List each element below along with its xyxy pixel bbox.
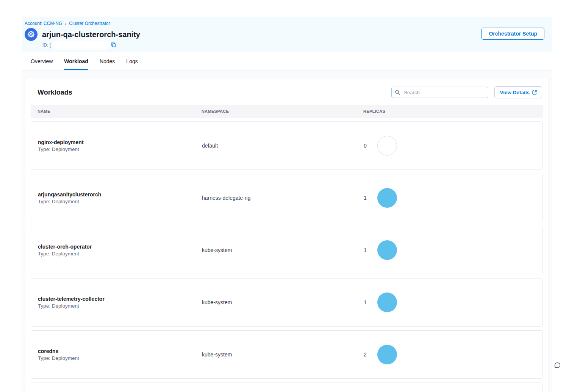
tabs: OverviewWorkloadNodesLogs bbox=[22, 52, 552, 70]
search-icon bbox=[395, 90, 400, 95]
name-cell: coredns Type: Deployment bbox=[38, 348, 202, 361]
workloads-heading: Workloads bbox=[38, 89, 72, 96]
copy-icon[interactable] bbox=[111, 42, 116, 47]
name-cell: cluster-telemetry-collector Type: Deploy… bbox=[38, 296, 202, 309]
replica-count: 0 bbox=[364, 143, 367, 149]
cluster-id-row: ID: ( bbox=[42, 42, 544, 48]
workload-name: coredns bbox=[38, 348, 202, 354]
search-box bbox=[391, 87, 488, 98]
replicas-cell: 0 bbox=[364, 136, 542, 156]
cluster-id-label: ID: ( bbox=[42, 42, 51, 48]
replica-circle bbox=[377, 345, 397, 364]
workloads-card: Workloads View Details bbox=[25, 78, 548, 392]
replica-circle bbox=[377, 136, 397, 156]
help-chat-icon[interactable] bbox=[554, 362, 561, 370]
name-cell: arjunqasanityclusterorch Type: Deploymen… bbox=[38, 191, 202, 204]
tab-workload[interactable]: Workload bbox=[64, 52, 88, 70]
tab-overview[interactable]: Overview bbox=[31, 52, 53, 70]
workload-name: nginx-deployment bbox=[38, 139, 202, 145]
name-cell: cluster-orch-operator Type: Deployment bbox=[38, 244, 202, 257]
tab-nodes[interactable]: Nodes bbox=[100, 52, 115, 70]
workload-type: Type: Deployment bbox=[38, 251, 202, 257]
app-container: Account: CCM-NG › Cluster Orchestrator ☸… bbox=[22, 17, 552, 392]
page-title: arjun-qa-clusterorch-sanity bbox=[42, 30, 140, 39]
view-details-button[interactable]: View Details bbox=[494, 86, 542, 98]
breadcrumb-account-link[interactable]: Account: CCM-NG bbox=[25, 21, 62, 26]
replicas-cell: 1 bbox=[364, 292, 542, 312]
workload-namespace: kube-system bbox=[202, 247, 364, 253]
replicas-cell: 1 bbox=[364, 188, 542, 208]
column-header-name: NAME bbox=[38, 109, 202, 114]
breadcrumb: Account: CCM-NG › Cluster Orchestrator bbox=[25, 21, 544, 26]
replica-count: 1 bbox=[364, 247, 367, 253]
replica-circle bbox=[377, 292, 397, 312]
replica-count: 2 bbox=[364, 352, 367, 358]
breadcrumb-section-link[interactable]: Cluster Orchestrator bbox=[69, 21, 110, 26]
replica-circle bbox=[377, 188, 397, 208]
external-link-icon bbox=[532, 90, 537, 95]
table-row[interactable]: coredns Type: Deployment kube-system 2 bbox=[31, 330, 543, 379]
table-row[interactable]: arjunqasanityclusterorch Type: Deploymen… bbox=[31, 174, 543, 222]
replica-circle bbox=[377, 240, 397, 260]
table-row[interactable]: cluster-telemetry-collector Type: Deploy… bbox=[31, 278, 543, 327]
chevron-right-icon: › bbox=[65, 21, 66, 26]
replica-count: 1 bbox=[364, 195, 367, 201]
cluster-id-redacted bbox=[54, 42, 108, 48]
search-input[interactable] bbox=[403, 89, 485, 96]
workload-namespace: kube-system bbox=[202, 352, 364, 358]
content-area: Workloads View Details bbox=[22, 70, 552, 392]
orchestrator-setup-button[interactable]: Orchestrator Setup bbox=[481, 28, 544, 40]
title-row: ☸ arjun-qa-clusterorch-sanity bbox=[25, 28, 544, 41]
table-row[interactable]: cluster-orch-operator Type: Deployment k… bbox=[31, 226, 543, 274]
kubernetes-icon: ☸ bbox=[25, 28, 38, 41]
tab-logs[interactable]: Logs bbox=[126, 52, 138, 70]
workload-namespace: default bbox=[202, 143, 364, 149]
workloads-toolbar: Workloads View Details bbox=[31, 86, 543, 98]
column-header-replicas: REPLICAS bbox=[363, 109, 543, 114]
workload-namespace: kube-system bbox=[202, 299, 364, 305]
workload-type: Type: Deployment bbox=[38, 146, 202, 152]
toolbar-right: View Details bbox=[391, 86, 542, 98]
replicas-cell: 1 bbox=[364, 240, 542, 260]
workload-name: arjunqasanityclusterorch bbox=[38, 191, 202, 198]
page-header: Account: CCM-NG › Cluster Orchestrator ☸… bbox=[22, 17, 552, 52]
workload-type: Type: Deployment bbox=[38, 303, 202, 309]
name-cell: nginx-deployment Type: Deployment bbox=[38, 139, 202, 152]
workload-namespace: harness-delegate-ng bbox=[202, 195, 364, 201]
workload-type: Type: Deployment bbox=[38, 199, 202, 204]
table-row-partial[interactable] bbox=[31, 383, 543, 392]
table-header: NAME NAMESPACE REPLICAS bbox=[31, 105, 543, 118]
workload-rows: nginx-deployment Type: Deployment defaul… bbox=[31, 121, 543, 379]
workload-name: cluster-telemetry-collector bbox=[38, 296, 202, 302]
workload-type: Type: Deployment bbox=[38, 355, 202, 361]
column-header-namespace: NAMESPACE bbox=[202, 109, 363, 114]
replica-count: 1 bbox=[364, 299, 367, 305]
table-row[interactable]: nginx-deployment Type: Deployment defaul… bbox=[31, 121, 543, 170]
view-details-label: View Details bbox=[500, 90, 530, 95]
workload-name: cluster-orch-operator bbox=[38, 244, 202, 250]
replicas-cell: 2 bbox=[364, 345, 542, 364]
